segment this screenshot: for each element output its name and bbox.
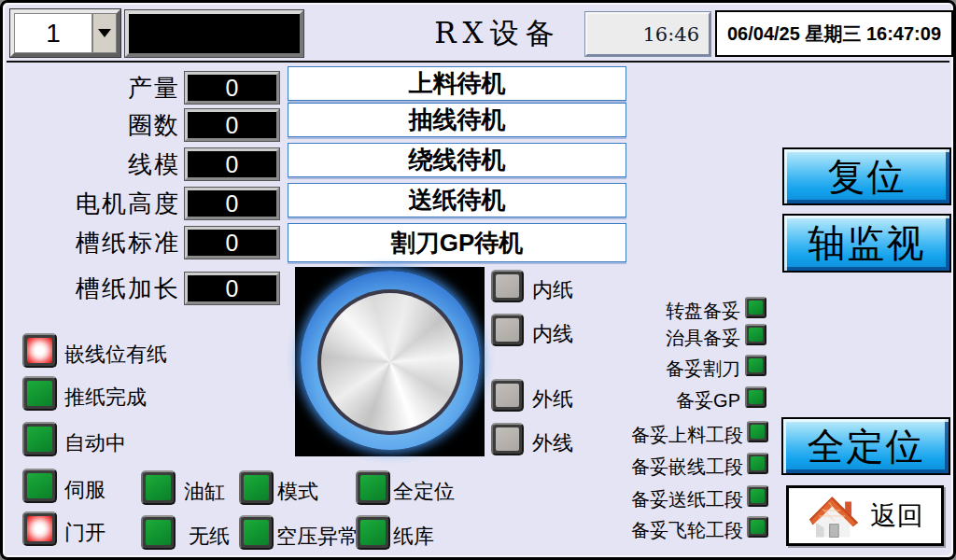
lamp-auto-mode [22, 422, 57, 456]
topbar-divider [7, 61, 949, 63]
lamp-servo [22, 469, 57, 503]
lamp-gp-ready [745, 386, 766, 408]
back-button[interactable]: 返回 [786, 485, 944, 546]
label-turntable-ready: 转盘备妥 [610, 299, 740, 324]
counter-label-paper-ext: 槽纸加长 [7, 273, 180, 304]
label-insert-section-ready: 备妥嵌线工段 [610, 455, 743, 480]
label-gp-ready: 备妥GP [610, 388, 740, 413]
lamp-inner-paper [491, 270, 524, 302]
counter-value-motor-height: 0 [185, 188, 279, 219]
label-oil-cylinder: 油缸 [184, 478, 225, 506]
label-jig-ready: 治具备妥 [610, 326, 740, 351]
counter-label-turns: 圈数 [7, 109, 180, 141]
counter-value-turns: 0 [185, 109, 279, 141]
counter-label-wire-mold: 线模 [7, 148, 180, 180]
message-display [125, 10, 303, 57]
label-door-open: 门开 [64, 519, 105, 547]
lamp-outer-paper [491, 379, 524, 412]
lamp-inner-wire [491, 314, 524, 346]
label-inner-wire: 内线 [532, 320, 573, 348]
status-cutter-gp: 割刀GP待机 [288, 223, 626, 262]
label-no-paper: 无纸 [189, 523, 230, 551]
turntable-disc [321, 293, 459, 431]
label-feed-section-ready: 备妥上料工段 [610, 423, 743, 448]
lamp-jig-ready [745, 324, 766, 345]
status-paper: 送纸待机 [288, 183, 626, 217]
home-icon [808, 492, 860, 540]
lamp-flywheel-section-ready [747, 516, 768, 538]
label-air-pressure-alarm: 空压异常 [276, 523, 358, 551]
dropdown-arrow-icon[interactable] [92, 13, 117, 53]
station-selector[interactable]: 1 [10, 9, 120, 57]
counter-value-paper-ext: 0 [185, 273, 279, 304]
hmi-screen: 1 RX设备 16:46 06/04/25 星期三 16:47:09 产量 0 … [0, 0, 956, 560]
label-auto-mode: 自动中 [64, 429, 126, 457]
label-outer-wire: 外线 [532, 429, 573, 457]
label-flywheel-section-ready: 备妥飞轮工段 [610, 518, 743, 543]
lamp-feed-section-ready [747, 421, 768, 442]
lamp-paper-in-slot [22, 333, 57, 368]
lamp-cutter-ready [745, 355, 766, 376]
status-feeding: 上料待机 [288, 66, 626, 101]
counter-label-paper-std: 槽纸标准 [7, 227, 180, 259]
lamp-full-position [356, 470, 390, 505]
counter-value-output: 0 [185, 72, 279, 104]
turntable-graphic [295, 267, 485, 456]
time-display: 16:46 [585, 12, 710, 56]
lamp-door-open [22, 511, 57, 546]
label-full-position: 全定位 [393, 478, 455, 506]
status-drawing: 抽线待机 [288, 103, 626, 137]
label-paper-bank: 纸库 [393, 523, 434, 551]
label-outer-paper: 外纸 [532, 385, 573, 413]
page-title: RX设备 [395, 14, 600, 51]
full-position-button[interactable]: 全定位 [781, 417, 950, 475]
label-inner-paper: 内纸 [532, 276, 573, 304]
label-paper-section-ready: 备妥送纸工段 [610, 487, 743, 512]
lamp-turntable-ready [745, 297, 766, 318]
lamp-outer-wire [491, 423, 524, 455]
label-paper-in-slot: 嵌线位有纸 [64, 341, 167, 369]
lamp-insert-section-ready [747, 453, 768, 474]
lamp-oil-cylinder [141, 470, 176, 505]
label-push-done: 推纸完成 [64, 384, 147, 412]
lamp-paper-section-ready [747, 485, 768, 507]
lamp-air-pressure-alarm [239, 515, 274, 550]
lamp-mode [239, 470, 274, 505]
datetime-display: 06/04/25 星期三 16:47:09 [715, 10, 953, 57]
axis-monitor-button[interactable]: 轴监视 [782, 214, 951, 273]
lamp-paper-bank [356, 515, 390, 550]
lamp-no-paper [141, 515, 176, 550]
lamp-push-done [22, 376, 57, 411]
station-selector-value[interactable]: 1 [14, 13, 92, 53]
reset-button[interactable]: 复位 [782, 147, 951, 205]
back-button-label: 返回 [871, 498, 923, 534]
status-winding: 绕线待机 [288, 143, 626, 177]
label-servo: 伺服 [64, 476, 105, 504]
counter-label-motor-height: 电机高度 [7, 188, 180, 219]
counter-value-wire-mold: 0 [185, 148, 279, 180]
counter-label-output: 产量 [7, 72, 180, 104]
label-cutter-ready: 备妥割刀 [610, 357, 740, 382]
counter-value-paper-std: 0 [185, 227, 279, 259]
label-mode: 模式 [277, 478, 318, 506]
